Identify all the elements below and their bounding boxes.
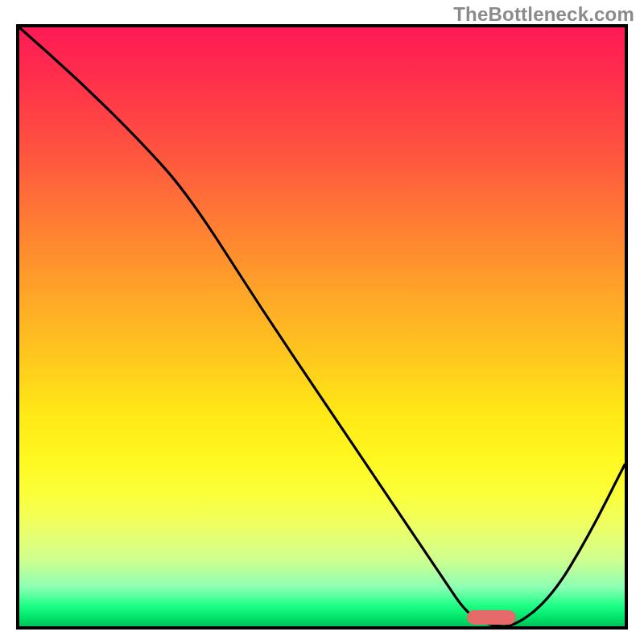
plot-area (16, 24, 628, 630)
chart-container: TheBottleneck.com (0, 0, 644, 644)
curve-layer (19, 27, 625, 626)
optimal-range-marker (467, 610, 515, 625)
bottleneck-curve (19, 27, 625, 626)
watermark-text: TheBottleneck.com (453, 3, 634, 26)
